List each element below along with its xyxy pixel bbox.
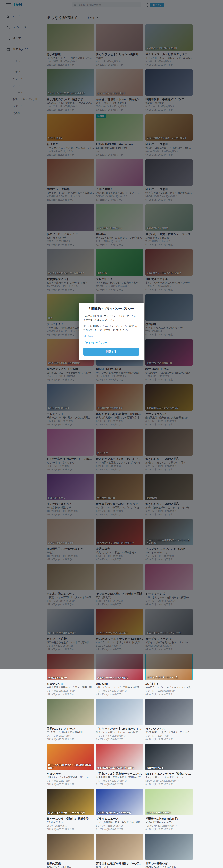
thumbnail-caption: はるフェス 全12組 登場！	[147, 811, 191, 814]
video-end-date: 6月26日(木)23:59 終了予定	[146, 828, 193, 831]
video-subtitle: 第131回 にら玉	[47, 820, 94, 824]
video-card[interactable]: はるフェス 全12組 登場！尾形春水のHarunation TV尾形春水のHar…	[146, 789, 193, 831]
video-channel-date: MBS毎日放送 5月25日(日)放送分	[146, 779, 193, 783]
video-title: 問題のあるレストラン	[47, 727, 94, 731]
video-subtitle: 歪んだ正義〜止まらぬ攻撃の先に〜	[146, 776, 193, 779]
video-thumbnail[interactable]: 年金制度改革 底上げ案削除 潜む誤解も	[96, 744, 143, 770]
video-card[interactable]: 参院選に向け神経戦も？与野党激論プライムニュースコメ・消費減税・年金...参院選…	[96, 789, 143, 831]
video-thumbnail[interactable]	[47, 834, 94, 860]
video-subtitle: 尾形春水のHarunation TV	[146, 820, 193, 824]
video-channel-date: テレビ朝日 2021年放送	[47, 779, 94, 783]
video-thumbnail[interactable]	[146, 834, 193, 860]
video-subtitle: 令和最新版！家事のプロが選ぶ「家事の裏...	[47, 686, 94, 689]
video-title: And One	[96, 682, 143, 686]
video-card[interactable]: 年金制度改革 底上げ案削除 潜む誤解も【羽鳥パネル】羽鳥慎一モーニング...年金…	[96, 744, 143, 786]
video-title: 家事ヤロウ!!!	[47, 682, 94, 686]
video-end-date: 6月26日(木)23:59 終了予定	[146, 693, 193, 696]
video-end-date: 6月26日(木)23:59 終了予定	[146, 783, 193, 786]
thumbnail-caption: 大阪エヴェッサ ミニバス卒団式	[97, 677, 142, 679]
video-card[interactable]: 晩酌の流儀第5話 2種のつけ汁蕎麦テレ東 2022年放送6月26日(木)23:5…	[47, 834, 94, 868]
video-end-date: 6月26日(木)23:59 終了予定	[96, 738, 143, 741]
video-subtitle: コメ・消費減税・年金...参院選に向け神経...	[96, 820, 143, 824]
video-channel-date: BSフジ 2021年放送	[47, 824, 94, 828]
video-card[interactable]: 新しい引き算の正解 にら玉 遠州屋髙尾日本一ふつうで美味しい植野食堂第131回 …	[47, 789, 94, 831]
video-end-date: 6月26日(木)23:59 終了予定	[96, 783, 143, 786]
video-title: 日本一ふつうで美味しい植野食堂	[47, 817, 94, 820]
video-card[interactable]: 世界で一番熱い夏STORY 04 娘との永遠の別れTBS 2001年放送6月26…	[146, 834, 193, 868]
video-title: プライムニュース	[96, 817, 143, 820]
video-subtitle: 大阪エヴェッサ ミニバス卒団生へ贈る夢体験	[96, 686, 143, 689]
video-thumbnail[interactable]: 議員辞職を求める	[146, 744, 193, 770]
video-subtitle: STORY 04 娘との永遠の別れ	[146, 866, 193, 868]
video-title: 渡る世間は鬼ばかり 第6シリーズ(橋...	[96, 862, 143, 866]
video-subtitle: 第7話 秘密！？激情！？策略！？迫り来る...	[146, 731, 193, 734]
video-subtitle: 尻濡らしにビンタ＆濱家悶絶!?罰ゲームの...	[47, 776, 94, 779]
video-end-date: 6月26日(木)23:59 終了予定	[47, 783, 94, 786]
video-title: カインとアベル	[146, 727, 193, 731]
video-end-date: 6月26日(木)23:59 終了予定	[146, 738, 193, 741]
privacy-policy-link[interactable]: プライバシーポリシー	[83, 341, 139, 344]
video-title: 晩酌の流儀	[47, 862, 94, 866]
video-card[interactable]: 問題のあるレストラン第6話 遂に全員集合！恋も新展開！？フジテレビ 2015年放…	[47, 699, 94, 741]
video-card[interactable]: カインとアベル第7話 秘密！？激情！？策略！？迫り来る...フジテレビ 2016…	[146, 699, 193, 741]
video-title: めざまし8	[146, 682, 193, 686]
video-channel-date: フジテレビ 2016年放送	[146, 734, 193, 738]
video-thumbnail[interactable]: はるフェス 全12組 登場！	[146, 789, 193, 815]
video-channel-date: テレビ朝日 5月22日(木)放送分	[96, 779, 143, 783]
terms-link[interactable]: 利用規約	[83, 335, 139, 338]
video-card[interactable]: 議員辞職を求めるMBSドキュメンタリー「映像」シリ...歪んだ正義〜止まらぬ攻撃…	[146, 744, 193, 786]
video-subtitle: 副業でいくら稼いでますか？609人調査	[96, 731, 143, 734]
modal-title: 利用規約・プライバシーポリシー	[83, 307, 139, 311]
video-end-date: 6月26日(木)23:59 終了予定	[47, 693, 94, 696]
video-thumbnail[interactable]	[47, 699, 94, 725]
thumbnail-caption: 参院選に向け神経戦も？与野党激論	[97, 811, 142, 814]
video-channel-date: フジテレビ 5月9日(金)放送分	[96, 734, 143, 738]
modal-body-1: TVerでは利用規約・プライバシーポリシーにしたがってサービスを運営しています。	[83, 314, 139, 321]
video-card[interactable]: 罰ゲームの正解を見せろ！ 山内が悶絶!濱家は覚醒?かまいガチ尻濡らしにビンタ＆濱…	[47, 744, 94, 786]
video-thumbnail[interactable]: 参院選に向け神経戦も？与野党激論	[96, 789, 143, 815]
modal-body-2: 新しい利用規約・プライバシーポリシーをご確認いただき同意した上で、TVerをご利…	[83, 324, 139, 332]
video-subtitle: 第5話 2種のつけ汁蕎麦	[47, 866, 94, 868]
video-thumbnail[interactable]: 新しい引き算の正解 にら玉 遠州屋髙尾	[47, 789, 94, 815]
video-title: 尾形春水のHarunation TV	[146, 817, 193, 820]
video-channel-date: BSフジ 6月11日(水)放送分	[96, 824, 143, 828]
video-subtitle: 第四十九回	[96, 866, 143, 868]
video-thumbnail[interactable]	[146, 699, 193, 725]
thumbnail-caption: 令和の家事の裏ワザ	[48, 677, 93, 679]
video-end-date: 6月26日(木)23:59 終了予定	[96, 693, 143, 696]
thumbnail-caption: 罰ゲームの正解を見せろ！ 山内が悶絶!濱家は覚醒?	[48, 764, 93, 769]
video-end-date: 6月26日(木)23:59 終了予定	[47, 738, 94, 741]
video-card[interactable]: 【しらべてみたら】Live News イ...副業でいくら稼いでますか？609人…	[96, 699, 143, 741]
video-title: 【しらべてみたら】Live News イ...	[96, 727, 143, 731]
video-title: MBSドキュメンタリー「映像」シリ...	[146, 772, 193, 776]
video-channel-date: TOKYO MX 6月18日(水)放送分	[146, 824, 193, 828]
video-channel-date: フジテレビ 12月20日(金)放送分	[146, 689, 193, 693]
video-thumbnail[interactable]	[96, 699, 143, 725]
video-channel-date: テレビ朝日 3月27日(木)放送分	[96, 689, 143, 693]
thumbnail-caption: 議員辞職を求める	[147, 767, 191, 769]
video-title: 世界で一番熱い夏	[146, 862, 193, 866]
video-channel-date: テレビ朝日 6月12日(木)放送分	[47, 689, 94, 693]
video-end-date: 6月26日(木)23:59 終了予定	[96, 828, 143, 831]
video-subtitle: 第6話 遂に全員集合！恋も新展開！？	[47, 731, 94, 734]
video-subtitle: 年金制度改革 基礎年金底上げ案削除に野...	[96, 776, 143, 779]
video-channel-date: フジテレビ 2015年放送	[47, 734, 94, 738]
video-title: 【羽鳥パネル】羽鳥慎一モーニング...	[96, 772, 143, 776]
thumbnail-caption: 年金制度改革 底上げ案削除 潜む誤解も	[97, 767, 142, 769]
terms-modal: 利用規約・プライバシーポリシー TVerでは利用規約・プライバシーポリシーにした…	[78, 303, 144, 361]
thumbnail-caption: 新しい引き算の正解 にら玉 遠州屋髙尾	[48, 811, 93, 814]
agree-button[interactable]: 同意する	[83, 347, 139, 355]
video-title: かまいガチ	[47, 772, 94, 776]
thumbnail-caption: カブのサラダ チキンのトマト煮	[147, 676, 191, 679]
video-end-date: 6月26日(木)23:59 終了予定	[47, 828, 94, 831]
video-subtitle: 谷原章介のテイバン＋「チキンのトマト煮...	[146, 686, 193, 689]
video-thumbnail[interactable]: 罰ゲームの正解を見せろ！ 山内が悶絶!濱家は覚醒?	[47, 744, 94, 770]
video-card[interactable]: 渡る世間は鬼ばかり 第6シリーズ(橋...第四十九回TBS 2003年放送6月2…	[96, 834, 143, 868]
video-thumbnail[interactable]	[96, 834, 143, 860]
